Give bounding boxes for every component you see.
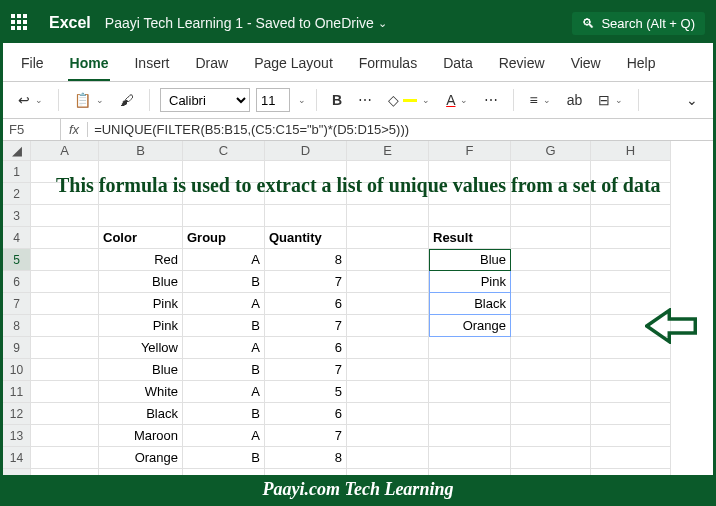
format-painter-button[interactable]: 🖌 — [115, 89, 139, 111]
cell-C12[interactable]: B — [183, 403, 265, 425]
row-3[interactable]: 3 — [3, 205, 31, 227]
chevron-down-icon: ⌄ — [686, 92, 698, 108]
row-2[interactable]: 2 — [3, 183, 31, 205]
col-D[interactable]: D — [265, 141, 347, 161]
search-box[interactable]: 🔍︎ Search (Alt + Q) — [572, 12, 705, 35]
cell-B4[interactable]: Color — [99, 227, 183, 249]
name-box[interactable]: F5 — [3, 119, 61, 140]
cell-B6[interactable]: Blue — [99, 271, 183, 293]
formula-input[interactable]: =UNIQUE(FILTER(B5:B15,(C5:C15="b")*(D5:D… — [88, 119, 713, 140]
cell-D12[interactable]: 6 — [265, 403, 347, 425]
tab-insert[interactable]: Insert — [132, 51, 171, 81]
col-F[interactable]: F — [429, 141, 511, 161]
row-4[interactable]: 4 — [3, 227, 31, 249]
more-font2-button[interactable]: ⋯ — [479, 89, 503, 111]
cell-B12[interactable]: Black — [99, 403, 183, 425]
cell-B5[interactable]: Red — [99, 249, 183, 271]
app-launcher-icon[interactable] — [11, 14, 29, 32]
tab-help[interactable]: Help — [625, 51, 658, 81]
cell-D9[interactable]: 6 — [265, 337, 347, 359]
row-8[interactable]: 8 — [3, 315, 31, 337]
cell-F5[interactable]: Blue — [429, 249, 511, 271]
cell-B14[interactable]: Orange — [99, 447, 183, 469]
align-middle-button[interactable]: ≡⌄ — [524, 89, 555, 111]
tab-draw[interactable]: Draw — [193, 51, 230, 81]
font-color-button[interactable]: A⌄ — [441, 89, 473, 111]
cell-D7[interactable]: 6 — [265, 293, 347, 315]
cell-B8[interactable]: Pink — [99, 315, 183, 337]
col-A[interactable]: A — [31, 141, 99, 161]
tab-review[interactable]: Review — [497, 51, 547, 81]
tab-formulas[interactable]: Formulas — [357, 51, 419, 81]
document-title[interactable]: Paayi Tech Learning 1 - Saved to OneDriv… — [105, 15, 387, 31]
align-icon: ≡ — [529, 92, 537, 108]
cell-B11[interactable]: White — [99, 381, 183, 403]
col-H[interactable]: H — [591, 141, 671, 161]
fx-button[interactable]: fx — [61, 122, 88, 137]
wrap-text-button[interactable]: ab — [562, 89, 588, 111]
col-E[interactable]: E — [347, 141, 429, 161]
cell-C11[interactable]: A — [183, 381, 265, 403]
tab-page-layout[interactable]: Page Layout — [252, 51, 335, 81]
cell-C6[interactable]: B — [183, 271, 265, 293]
cell-B7[interactable]: Pink — [99, 293, 183, 315]
tab-view[interactable]: View — [569, 51, 603, 81]
fill-color-button[interactable]: ◇⌄ — [383, 89, 435, 111]
cell-D4[interactable]: Quantity — [265, 227, 347, 249]
cell-C7[interactable]: A — [183, 293, 265, 315]
cell-B9[interactable]: Yellow — [99, 337, 183, 359]
cell-D13[interactable]: 7 — [265, 425, 347, 447]
cell-C9[interactable]: A — [183, 337, 265, 359]
font-size-input[interactable] — [256, 88, 290, 112]
undo-icon: ↩ — [18, 92, 30, 108]
arrow-left-icon — [645, 308, 697, 344]
ribbon-toolbar: ↩⌄ 📋⌄ 🖌 Calibri ⌄ B ⋯ ◇⌄ A⌄ ⋯ ≡⌄ ab ⊟⌄ ⌄ — [3, 82, 713, 119]
chevron-down-icon: ⌄ — [378, 17, 387, 30]
cell-F4[interactable]: Result — [429, 227, 511, 249]
cell-C14[interactable]: B — [183, 447, 265, 469]
cell-D11[interactable]: 5 — [265, 381, 347, 403]
cell-C4[interactable]: Group — [183, 227, 265, 249]
ribbon-collapse-button[interactable]: ⌄ — [681, 89, 703, 111]
row-5[interactable]: 5 — [3, 249, 31, 271]
row-12[interactable]: 12 — [3, 403, 31, 425]
cell-B13[interactable]: Maroon — [99, 425, 183, 447]
row-10[interactable]: 10 — [3, 359, 31, 381]
tab-home[interactable]: Home — [68, 51, 111, 81]
col-G[interactable]: G — [511, 141, 591, 161]
bold-button[interactable]: B — [327, 89, 347, 111]
row-7[interactable]: 7 — [3, 293, 31, 315]
cell-D6[interactable]: 7 — [265, 271, 347, 293]
select-all-corner[interactable]: ◢ — [3, 141, 31, 161]
font-size-dropdown[interactable]: ⌄ — [298, 95, 306, 105]
tab-data[interactable]: Data — [441, 51, 475, 81]
row-13[interactable]: 13 — [3, 425, 31, 447]
row-1[interactable]: 1 — [3, 161, 31, 183]
search-placeholder: Search (Alt + Q) — [601, 16, 695, 31]
tab-file[interactable]: File — [19, 51, 46, 81]
brush-icon: 🖌 — [120, 92, 134, 108]
font-family-select[interactable]: Calibri — [160, 88, 250, 112]
cell-F8[interactable]: Orange — [429, 315, 511, 337]
row-11[interactable]: 11 — [3, 381, 31, 403]
cell-C13[interactable]: A — [183, 425, 265, 447]
cell-D8[interactable]: 7 — [265, 315, 347, 337]
cell-D10[interactable]: 7 — [265, 359, 347, 381]
col-B[interactable]: B — [99, 141, 183, 161]
cell-F7[interactable]: Black — [429, 293, 511, 315]
row-6[interactable]: 6 — [3, 271, 31, 293]
cell-B10[interactable]: Blue — [99, 359, 183, 381]
paste-button[interactable]: 📋⌄ — [69, 89, 109, 111]
cell-C10[interactable]: B — [183, 359, 265, 381]
cell-C8[interactable]: B — [183, 315, 265, 337]
row-14[interactable]: 14 — [3, 447, 31, 469]
merge-button[interactable]: ⊟⌄ — [593, 89, 628, 111]
cell-D5[interactable]: 8 — [265, 249, 347, 271]
cell-D14[interactable]: 8 — [265, 447, 347, 469]
cell-C5[interactable]: A — [183, 249, 265, 271]
undo-button[interactable]: ↩⌄ — [13, 89, 48, 111]
row-9[interactable]: 9 — [3, 337, 31, 359]
col-C[interactable]: C — [183, 141, 265, 161]
cell-F6[interactable]: Pink — [429, 271, 511, 293]
more-font-button[interactable]: ⋯ — [353, 89, 377, 111]
